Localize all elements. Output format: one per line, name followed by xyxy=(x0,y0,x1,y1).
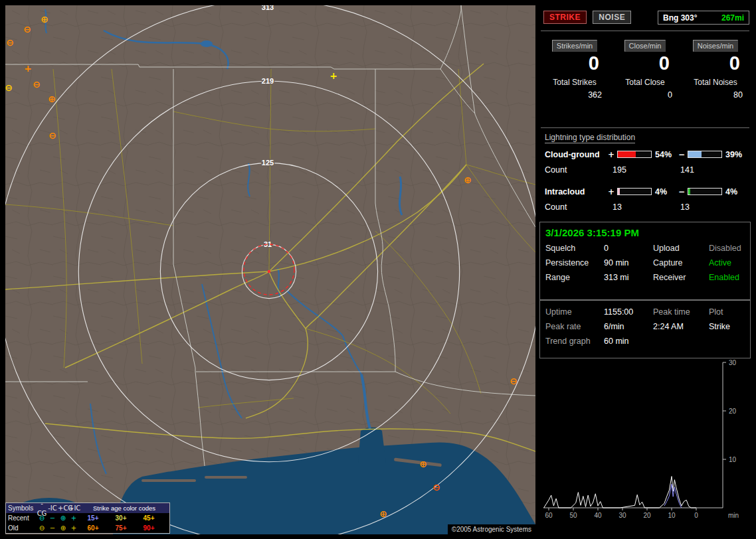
neg-ic-icon: − xyxy=(47,523,58,533)
trend-x-tick-label: 10 xyxy=(668,512,676,519)
receiver-label: Receiver xyxy=(653,273,709,282)
minus-sign: − xyxy=(678,150,686,159)
legend-old-row: Old ⊖ − ⊕ + 60+ 75+ 90+ xyxy=(6,523,169,533)
noises-counter-column: Noises/min 0 Total Noises 80 xyxy=(680,40,751,100)
trend-y-tick-label: 30 xyxy=(729,359,737,366)
peak-rate-value: 6/min xyxy=(604,322,653,331)
close-counter-column: Close/min 0 Total Close 0 xyxy=(610,40,680,100)
strikes-counter-column: Strikes/min 0 Total Strikes 362 xyxy=(539,40,610,100)
uptime-value: 1155:00 xyxy=(604,307,653,317)
total-strikes-value: 362 xyxy=(539,90,610,100)
trend-y-tick-label: 20 xyxy=(729,408,737,415)
plot-value: Strike xyxy=(709,322,745,331)
cloud-ground-count-row: Count 195 141 xyxy=(545,165,748,175)
lake xyxy=(201,40,213,47)
minus-sign: − xyxy=(678,187,686,196)
ic-positive-count: 13 xyxy=(613,202,680,212)
age-code-45: 45+ xyxy=(135,513,163,523)
total-noises-label: Total Noises xyxy=(680,78,751,87)
map-view[interactable]: 31321912531 ⊖⊕⊖+⊖⊖⊕⊖+⊕⊖⊕⊖⊕ Symbols -CG -… xyxy=(5,5,535,534)
trend-series-strike_rate xyxy=(544,477,696,508)
plus-sign: + xyxy=(607,187,615,196)
cg-positive-count: 195 xyxy=(613,165,680,175)
peak-time-value: 2:24 AM xyxy=(653,322,709,331)
legend-recent-label: Recent xyxy=(6,513,37,523)
bearing-indicator: Bng 303° 267mi xyxy=(658,11,749,25)
legend-col-pos-cg: +CG xyxy=(58,503,68,513)
squelch-value: 0 xyxy=(604,244,653,253)
noises-per-min-value: 0 xyxy=(680,53,751,74)
ic-positive-bar xyxy=(617,188,652,195)
cg-positive-bar-fill xyxy=(618,151,636,157)
legend-symbols-header: Symbols xyxy=(6,503,37,513)
cloud-ground-row: Cloud-ground + 54% − 39% xyxy=(545,149,748,159)
pos-ic-icon: + xyxy=(68,513,79,523)
neg-ic-icon: − xyxy=(47,513,58,523)
receiver-status: Enabled xyxy=(709,273,745,282)
range-label: Range xyxy=(545,273,604,282)
status-grid: Squelch 0 Upload Disabled Persistence 90… xyxy=(540,240,750,282)
total-noises-value: 80 xyxy=(680,90,751,100)
pos-ic-icon: + xyxy=(68,523,79,533)
trend-x-unit-label: min xyxy=(728,512,739,519)
age-code-75: 75+ xyxy=(107,523,135,533)
mode-toolbar: STRIKE NOISE Bng 303° 267mi xyxy=(543,11,749,25)
ring-distance-label: 125 xyxy=(262,159,274,167)
plot-label: Plot xyxy=(709,307,745,317)
trend-y-tick-label: 10 xyxy=(729,456,737,463)
legend-col-pos-ic: +IC xyxy=(68,503,79,513)
legend-col-neg-ic: -IC xyxy=(47,503,58,513)
uptime-label: Uptime xyxy=(545,307,604,317)
ic-negative-pct: 4% xyxy=(724,187,748,196)
upload-status: Disabled xyxy=(709,244,745,253)
total-close-value: 0 xyxy=(610,90,680,100)
upload-label: Upload xyxy=(653,244,709,253)
total-strikes-label: Total Strikes xyxy=(539,78,610,87)
squelch-label: Squelch xyxy=(545,244,604,253)
strike-legend: Symbols -CG -IC +CG +IC Strike age color… xyxy=(5,502,170,534)
noise-mode-button[interactable]: NOISE xyxy=(593,11,631,24)
strike-mode-button[interactable]: STRIKE xyxy=(543,11,587,24)
ic-negative-bar xyxy=(688,188,722,195)
rate-counters: Strikes/min 0 Total Strikes 362 Close/mi… xyxy=(539,40,751,100)
cg-negative-pct: 39% xyxy=(724,150,748,159)
trend-axes xyxy=(543,362,723,508)
close-per-min-chip[interactable]: Close/min xyxy=(624,40,666,52)
age-code-30: 30+ xyxy=(107,513,135,523)
trend-x-tick-label: 0 xyxy=(694,512,698,519)
bearing-label: Bng 303° xyxy=(663,13,697,23)
legend-header-row: Symbols -CG -IC +CG +IC Strike age color… xyxy=(6,503,169,513)
ic-positive-pct: 4% xyxy=(654,187,678,196)
trend-graph: 6050403020100302010min xyxy=(539,358,751,531)
separator xyxy=(541,127,749,128)
trend-x-tick-label: 30 xyxy=(618,512,626,519)
trend-x-tick-label: 60 xyxy=(545,512,553,519)
cloud-ground-label: Cloud-ground xyxy=(545,150,607,159)
cg-negative-count: 141 xyxy=(680,165,748,175)
age-code-15: 15+ xyxy=(79,513,107,523)
trend-x-tick-label: 50 xyxy=(569,512,577,519)
separator xyxy=(541,31,749,31)
peak-time-label: Peak time xyxy=(653,307,709,317)
status-panel: 3/1/2026 3:15:19 PM Squelch 0 Upload Dis… xyxy=(539,222,751,300)
legend-recent-row: Recent ⊖ − ⊕ + 15+ 30+ 45+ xyxy=(6,513,169,523)
noises-per-min-chip[interactable]: Noises/min xyxy=(693,40,738,52)
cg-positive-bar xyxy=(617,151,652,158)
intracloud-label: Intracloud xyxy=(545,187,607,196)
range-value: 313 mi xyxy=(604,273,653,282)
age-code-90: 90+ xyxy=(135,523,163,533)
cg-negative-bar-fill xyxy=(688,151,702,157)
persistence-value: 90 min xyxy=(604,258,653,268)
count-label: Count xyxy=(545,202,613,212)
cg-positive-pct: 54% xyxy=(654,150,678,159)
trend-x-tick-label: 20 xyxy=(643,512,651,519)
ic-positive-bar-fill xyxy=(618,189,620,194)
sensor-marker xyxy=(268,270,270,273)
strikes-per-min-chip[interactable]: Strikes/min xyxy=(552,40,597,52)
stats-panel: Uptime 1155:00 Peak time Plot Peak rate … xyxy=(539,300,751,358)
trend-chart-canvas: 6050403020100302010min xyxy=(539,358,751,528)
lightning-type-distribution: Lightning type distribution Cloud-ground… xyxy=(545,133,748,212)
neg-cg-icon: ⊖ xyxy=(37,523,47,533)
intracloud-row: Intracloud + 4% − 4% xyxy=(545,187,748,196)
stats-grid: Uptime 1155:00 Peak time Plot Peak rate … xyxy=(540,301,750,346)
